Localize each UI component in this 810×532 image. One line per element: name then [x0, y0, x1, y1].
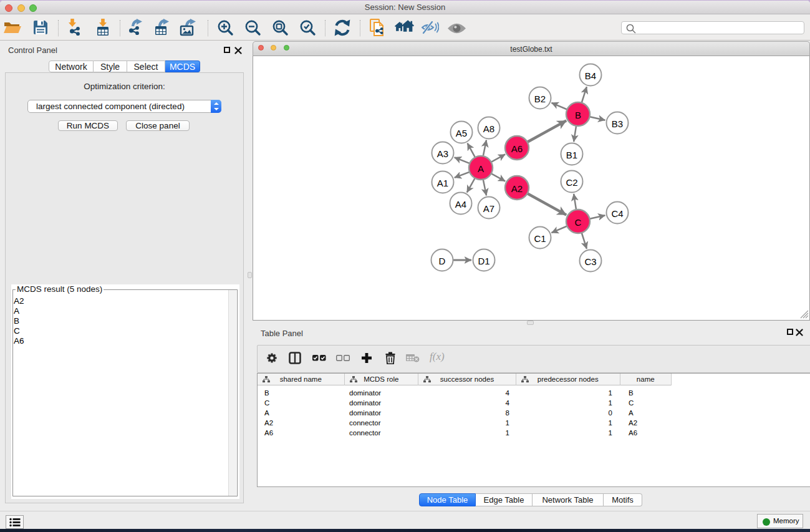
svg-text:C1: C1	[534, 233, 546, 244]
svg-text:A4: A4	[455, 199, 466, 210]
svg-text:C3: C3	[584, 256, 596, 267]
svg-text:A: A	[478, 163, 484, 174]
svg-text:D: D	[439, 256, 446, 266]
svg-text:A7: A7	[483, 203, 494, 214]
svg-text:D1: D1	[478, 256, 489, 266]
svg-text:A8: A8	[483, 123, 494, 134]
svg-text:B2: B2	[534, 94, 546, 104]
svg-text:B1: B1	[566, 150, 577, 160]
svg-text:B4: B4	[585, 70, 596, 81]
svg-text:A5: A5	[456, 128, 467, 138]
svg-text:C: C	[575, 217, 582, 228]
svg-text:A1: A1	[437, 178, 448, 188]
svg-text:B3: B3	[612, 118, 623, 129]
svg-text:C2: C2	[566, 177, 577, 188]
svg-text:B: B	[575, 110, 581, 120]
svg-text:A6: A6	[511, 143, 523, 154]
svg-text:A3: A3	[437, 148, 448, 159]
svg-text:C4: C4	[611, 208, 623, 219]
svg-text:A2: A2	[511, 183, 523, 194]
